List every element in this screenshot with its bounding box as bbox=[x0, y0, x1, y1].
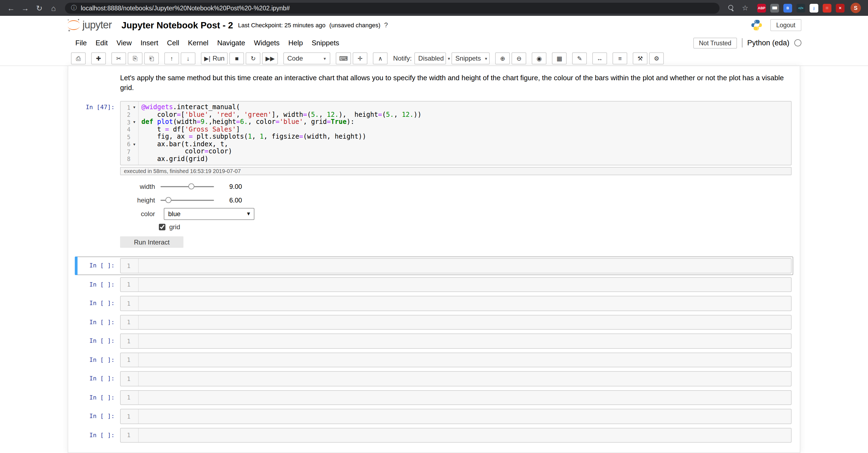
empty-cell-input[interactable]: 1 bbox=[120, 352, 792, 367]
empty-cell[interactable]: In [ ]:1 bbox=[75, 351, 793, 369]
empty-cell[interactable]: In [ ]:1 bbox=[75, 388, 793, 407]
back-button[interactable]: ← bbox=[4, 1, 18, 15]
move-cell-down-icon[interactable]: ↓ bbox=[181, 53, 195, 64]
fold-arrow-icon[interactable]: ▾ bbox=[130, 105, 138, 110]
table-of-contents-icon[interactable]: ≡ bbox=[613, 53, 627, 64]
empty-code-area[interactable] bbox=[139, 334, 791, 348]
save-icon[interactable]: ⎙ bbox=[71, 53, 86, 64]
toggle-input-eye-icon[interactable]: ◉ bbox=[532, 53, 547, 64]
height-slider[interactable] bbox=[160, 199, 214, 201]
empty-code-area[interactable] bbox=[139, 296, 791, 310]
code-line[interactable]: ax.bar(t.index, t, bbox=[142, 140, 791, 148]
scratchpad-pen-icon[interactable]: ✎ bbox=[572, 53, 587, 64]
markdown-cell[interactable]: Let's apply the same method but this tim… bbox=[75, 70, 793, 99]
empty-cell[interactable]: In [ ]:1 bbox=[75, 407, 793, 425]
j-extension-icon[interactable]: j bbox=[810, 4, 818, 12]
adblock-extension-icon[interactable]: ABP bbox=[757, 4, 766, 12]
fold-arrow-icon[interactable]: ▾ bbox=[130, 120, 138, 125]
move-widget-icon[interactable]: ✛ bbox=[353, 53, 367, 64]
width-slider[interactable] bbox=[160, 186, 214, 187]
zoom-out-icon[interactable]: ⊖ bbox=[512, 53, 526, 64]
jupyter-logo[interactable]: jupyter bbox=[67, 18, 112, 32]
interrupt-kernel-icon[interactable]: ■ bbox=[229, 53, 244, 64]
cell-type-select[interactable]: Code▼ bbox=[284, 53, 331, 64]
menu-view[interactable]: View bbox=[112, 35, 136, 50]
blue-extension-icon[interactable]: B bbox=[783, 4, 792, 12]
zoom-in-icon[interactable]: ⊕ bbox=[495, 53, 510, 64]
empty-cell-input[interactable]: 1 bbox=[120, 371, 792, 386]
add-cell-icon[interactable]: ✚ bbox=[91, 53, 106, 64]
bookmark-star-button[interactable]: ☆ bbox=[738, 1, 752, 15]
empty-cell-input[interactable]: 1 bbox=[120, 296, 792, 311]
site-info-icon[interactable]: ⓘ bbox=[71, 4, 77, 12]
code-cell[interactable]: In [47]: 1▾23▾456▾78 @widgets.interact_m… bbox=[75, 99, 793, 256]
code-line[interactable]: @widgets.interact_manual( bbox=[142, 104, 791, 111]
empty-cell[interactable]: In [ ]:1 bbox=[75, 332, 793, 350]
keyboard-extension-icon[interactable]: ⌨ bbox=[770, 4, 779, 12]
menu-navigate[interactable]: Navigate bbox=[213, 35, 250, 50]
forward-button[interactable]: → bbox=[18, 1, 32, 15]
empty-code-area[interactable] bbox=[139, 428, 791, 442]
empty-cell-input[interactable]: 1 bbox=[120, 258, 792, 273]
logout-button[interactable]: Logout bbox=[770, 19, 801, 31]
height-slider-handle[interactable] bbox=[165, 197, 171, 203]
x-extension-icon[interactable]: ✕ bbox=[836, 4, 844, 12]
home-button[interactable]: ⌂ bbox=[46, 1, 61, 15]
paste-cell-icon[interactable]: ⎗ bbox=[144, 53, 159, 64]
empty-cell-input[interactable]: 1 bbox=[120, 315, 792, 330]
profile-avatar[interactable]: S bbox=[850, 3, 861, 13]
empty-cell[interactable]: In [ ]:1 bbox=[75, 294, 793, 313]
command-palette-icon[interactable]: ⌨ bbox=[336, 53, 351, 64]
empty-cell-input[interactable]: 1 bbox=[120, 409, 792, 424]
empty-code-area[interactable] bbox=[139, 372, 791, 386]
empty-code-area[interactable] bbox=[139, 409, 791, 423]
empty-cell-input[interactable]: 1 bbox=[120, 277, 792, 292]
code-line[interactable]: t = df['Gross Sales'] bbox=[142, 126, 791, 133]
grid-extension-icon[interactable]: ∷ bbox=[823, 4, 831, 12]
empty-cell[interactable]: In [ ]:1 bbox=[75, 313, 793, 331]
reload-button[interactable]: ↻ bbox=[32, 1, 46, 15]
help-icon[interactable]: ? bbox=[384, 21, 388, 29]
fold-arrow-icon[interactable]: ▾ bbox=[130, 142, 138, 147]
menu-kernel[interactable]: Kernel bbox=[183, 35, 213, 50]
empty-code-area[interactable] bbox=[139, 259, 791, 272]
notebook-title[interactable]: Jupyter Notebook Post - 2 bbox=[121, 20, 233, 30]
grid-checkbox[interactable] bbox=[159, 224, 165, 230]
cell-width-icon[interactable]: ↔ bbox=[592, 53, 607, 64]
empty-code-area[interactable] bbox=[139, 353, 791, 367]
code-lines[interactable]: @widgets.interact_manual( color=['blue',… bbox=[139, 101, 791, 165]
code-line[interactable]: color=['blue', 'red', 'green'], width=(5… bbox=[142, 111, 791, 119]
notify-select[interactable]: Disabled▼ bbox=[414, 53, 446, 64]
restart-run-all-icon[interactable]: ▶▶ bbox=[262, 53, 278, 64]
empty-cell-input[interactable]: 1 bbox=[120, 390, 792, 405]
empty-cell[interactable]: In [ ]:1 bbox=[75, 426, 793, 444]
menu-cell[interactable]: Cell bbox=[163, 35, 184, 50]
menu-insert[interactable]: Insert bbox=[136, 35, 163, 50]
code-line[interactable]: fig, ax = plt.subplots(1, 1, figsize=(wi… bbox=[142, 133, 791, 140]
search-button[interactable] bbox=[724, 1, 738, 15]
code-extension-icon[interactable]: </> bbox=[797, 4, 805, 12]
code-line[interactable]: ax.grid(grid) bbox=[142, 155, 791, 163]
color-dropdown[interactable]: blue▾ bbox=[164, 208, 254, 220]
width-slider-handle[interactable] bbox=[188, 183, 194, 189]
empty-cell[interactable]: In [ ]:1 bbox=[75, 276, 793, 294]
variable-inspector-icon[interactable]: ▦ bbox=[552, 53, 567, 64]
code-input-area[interactable]: 1▾23▾456▾78 @widgets.interact_manual( co… bbox=[120, 101, 792, 165]
code-line[interactable]: color=color) bbox=[142, 148, 791, 155]
nbextensions-wrench-icon[interactable]: ⚒ bbox=[633, 53, 647, 64]
empty-cell-input[interactable]: 1 bbox=[120, 428, 792, 443]
empty-cell[interactable]: In [ ]:1 bbox=[75, 257, 793, 275]
menu-edit[interactable]: Edit bbox=[91, 35, 112, 50]
copy-cell-icon[interactable]: ⎘ bbox=[128, 53, 143, 64]
run-interact-button[interactable]: Run Interact bbox=[120, 236, 183, 248]
empty-code-area[interactable] bbox=[139, 315, 791, 329]
empty-cell[interactable]: In [ ]:1 bbox=[75, 369, 793, 388]
address-bar[interactable]: ⓘ localhost:8888/notebooks/Jupyter%20Not… bbox=[65, 2, 719, 13]
menu-help[interactable]: Help bbox=[284, 35, 307, 50]
menu-file[interactable]: File bbox=[71, 35, 91, 50]
collapse-heading-icon[interactable]: ∧ bbox=[373, 53, 388, 64]
code-line[interactable]: def plot(width=9.,height=6., color='blue… bbox=[142, 119, 791, 126]
cut-cell-icon[interactable]: ✂ bbox=[112, 53, 126, 64]
run-button[interactable]: ▶|Run bbox=[201, 53, 228, 64]
empty-cell-input[interactable]: 1 bbox=[120, 333, 792, 349]
